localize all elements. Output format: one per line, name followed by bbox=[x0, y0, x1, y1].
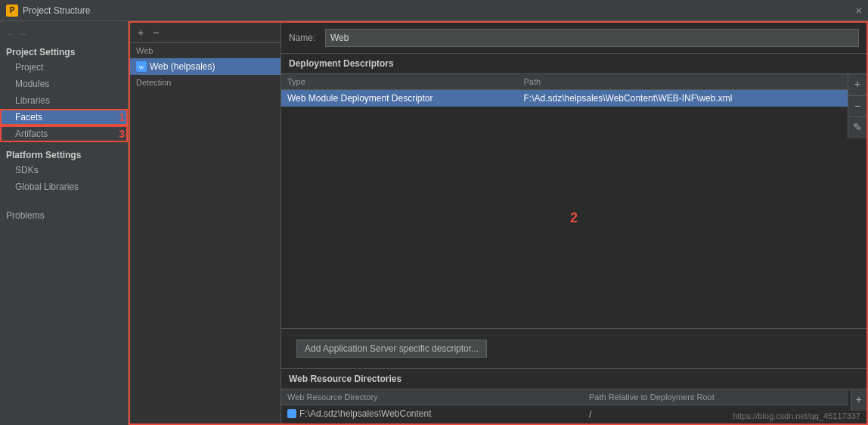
wrd-table-container: Web Resource Directory Path Relative to … bbox=[281, 389, 866, 423]
name-row: Name: bbox=[281, 23, 866, 54]
deployment-table: Type Path Web Module Deployment Descript… bbox=[281, 74, 848, 107]
wrd-heading: Web Resource Directories bbox=[281, 369, 866, 389]
detail-panel: Name: Deployment Descriptors Type Path bbox=[281, 23, 866, 423]
add-wrd-button[interactable]: + bbox=[851, 389, 866, 411]
add-descriptor-button[interactable]: + bbox=[848, 74, 866, 96]
title-bar: P Project Structure × bbox=[0, 0, 868, 21]
web-resource-directories-section: Web Resource Directories Web Resource Di… bbox=[281, 368, 866, 423]
sidebar-item-project[interactable]: Project bbox=[0, 59, 128, 76]
sidebar-item-libraries[interactable]: Libraries bbox=[0, 92, 128, 109]
name-input[interactable] bbox=[325, 29, 859, 47]
title-bar-left: P Project Structure bbox=[6, 5, 90, 17]
center-panel: + − Web w Web (helpsales) Detection bbox=[130, 23, 281, 423]
wrd-row[interactable]: F:\Ad.sdz\helpsales\WebContent / bbox=[281, 405, 848, 424]
back-arrow[interactable]: ← bbox=[6, 29, 15, 39]
sidebar-item-modules[interactable]: Modules bbox=[0, 76, 128, 92]
forward-arrow[interactable]: → bbox=[18, 29, 27, 39]
close-button[interactable]: × bbox=[856, 5, 862, 17]
main-layout: ← → Project Settings Project Modules Lib… bbox=[0, 21, 868, 425]
deployment-type: Web Module Deployment Descriptor bbox=[281, 90, 518, 107]
remove-facet-button[interactable]: − bbox=[150, 26, 162, 39]
module-icon: w bbox=[136, 61, 147, 72]
deployment-descriptors-heading: Deployment Descriptors bbox=[281, 54, 866, 74]
add-facet-button[interactable]: + bbox=[135, 26, 147, 39]
center-section-label: Web bbox=[130, 43, 281, 58]
sidebar-item-problems[interactable]: Problems bbox=[0, 207, 128, 224]
window-title: Project Structure bbox=[23, 5, 90, 16]
sidebar-item-sdks[interactable]: SDKs bbox=[0, 162, 128, 178]
annotation-3: 3 bbox=[119, 128, 125, 140]
add-server-button[interactable]: Add Application Server specific descript… bbox=[296, 340, 487, 358]
nav-arrows: ← → bbox=[6, 29, 27, 39]
empty-area: 2 bbox=[281, 107, 866, 328]
wrd-directory: F:\Ad.sdz\helpsales\WebContent bbox=[281, 405, 583, 424]
col-path: Path bbox=[518, 74, 848, 90]
sidebar: ← → Project Settings Project Modules Lib… bbox=[0, 21, 129, 425]
nav-arrows-row: ← → bbox=[0, 26, 128, 42]
right-panel: + − Web w Web (helpsales) Detection Name… bbox=[129, 21, 868, 425]
annotation-1: 1 bbox=[119, 111, 125, 123]
center-toolbar: + − bbox=[130, 23, 281, 43]
project-settings-heading: Project Settings bbox=[0, 42, 128, 59]
center-detection-label: Detection bbox=[130, 75, 281, 90]
add-server-section: Add Application Server specific descript… bbox=[281, 328, 866, 368]
col-type: Type bbox=[281, 74, 518, 90]
annotation-2: 2 bbox=[570, 209, 578, 225]
folder-icon bbox=[287, 409, 296, 418]
sidebar-item-artifacts[interactable]: Artifacts 3 bbox=[0, 126, 128, 142]
app-icon: P bbox=[6, 5, 18, 17]
wrd-col-directory: Web Resource Directory bbox=[281, 389, 583, 405]
wrd-side-actions: + bbox=[851, 389, 866, 411]
name-label: Name: bbox=[289, 33, 319, 43]
deployment-table-container: Type Path Web Module Deployment Descript… bbox=[281, 74, 866, 107]
wrd-table: Web Resource Directory Path Relative to … bbox=[281, 389, 848, 423]
wrd-col-path: Path Relative to Deployment Root bbox=[583, 389, 848, 405]
deployment-row[interactable]: Web Module Deployment Descriptor F:\Ad.s… bbox=[281, 90, 848, 107]
platform-settings-heading: Platform Settings bbox=[0, 145, 128, 162]
center-item-web-helpsales[interactable]: w Web (helpsales) bbox=[130, 58, 281, 75]
deployment-path: F:\Ad.sdz\helpsales\WebContent\WEB-INF\w… bbox=[518, 90, 848, 107]
sidebar-item-global-libraries[interactable]: Global Libraries bbox=[0, 178, 128, 195]
wrd-path: / bbox=[583, 405, 848, 424]
sidebar-item-facets[interactable]: Facets 1 bbox=[0, 109, 128, 126]
